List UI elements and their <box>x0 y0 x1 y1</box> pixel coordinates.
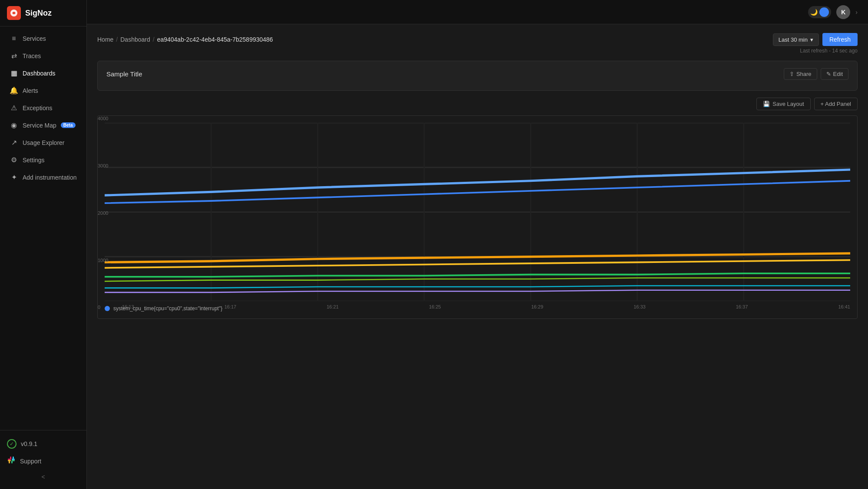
header-controls: Last 30 min ▾ Refresh <box>773 33 858 46</box>
page-content: Home / Dashboard / ea9404ab-2c42-4eb4-84… <box>87 24 868 489</box>
collapse-icon: < <box>41 473 45 480</box>
theme-toggle[interactable]: 🌙 <box>808 6 831 18</box>
y-label-3000: 3000 <box>98 163 115 168</box>
sidebar-item-traces[interactable]: ⇄ Traces <box>3 47 84 64</box>
svg-rect-4 <box>12 460 15 461</box>
sidebar-item-service-map[interactable]: ◉ Service Map Beta <box>3 117 84 134</box>
panel-title: Sample Title <box>106 70 142 78</box>
avatar[interactable]: K <box>836 5 850 19</box>
traces-icon: ⇄ <box>10 52 18 60</box>
sidebar-item-alerts[interactable]: 🔔 Alerts <box>3 82 84 99</box>
svg-rect-2 <box>8 459 11 460</box>
topbar-right: 🌙 K › <box>808 5 858 19</box>
beta-badge: Beta <box>61 122 76 128</box>
edit-button[interactable]: ✎ Edit <box>821 68 848 80</box>
y-label-0: 0 <box>98 305 115 310</box>
x-label-1637: 16:37 <box>736 304 748 309</box>
sidebar-bottom: ✓ v0.9.1 Support < <box>0 430 86 489</box>
support-item[interactable]: Support <box>0 452 86 470</box>
slack-icon <box>7 456 16 466</box>
legend-label: system_cpu_time{cpu="cpu0",state="interr… <box>113 305 222 312</box>
services-icon: ≡ <box>10 35 18 43</box>
service-map-icon: ◉ <box>10 121 18 129</box>
chevron-down-icon[interactable]: › <box>855 9 858 16</box>
sidebar-item-dashboards[interactable]: ▦ Dashboards <box>3 65 84 82</box>
topbar: 🌙 K › <box>87 0 868 24</box>
dashboards-icon: ▦ <box>10 69 18 77</box>
panel-actions: ⇧ Share ✎ Edit <box>784 68 848 80</box>
dashboard-panel: Sample Title ⇧ Share ✎ Edit <box>97 61 858 91</box>
x-label-1621: 16:21 <box>327 304 339 309</box>
add-instrumentation-icon: ✦ <box>10 173 18 181</box>
toggle-knob <box>819 7 829 17</box>
svg-rect-6 <box>9 460 10 463</box>
sidebar-logo[interactable]: SigNoz <box>0 0 86 26</box>
svg-rect-8 <box>13 456 14 459</box>
usage-explorer-icon: ↗ <box>10 138 18 147</box>
moon-icon: 🌙 <box>810 9 818 16</box>
version-check-icon: ✓ <box>7 439 17 449</box>
save-layout-button[interactable]: 💾 Save Layout <box>756 98 810 110</box>
y-axis-labels: 4000 3000 2000 1000 0 <box>98 116 115 310</box>
sidebar-item-exceptions[interactable]: ⚠ Exceptions <box>3 99 84 116</box>
chart-svg <box>105 123 850 301</box>
save-icon: 💾 <box>763 101 770 107</box>
panel-header: Sample Title ⇧ Share ✎ Edit <box>106 68 848 80</box>
x-label-1625: 16:25 <box>429 304 441 309</box>
exceptions-icon: ⚠ <box>10 104 18 112</box>
chart-area: 16:13 16:17 16:21 16:25 16:29 16:33 16:3… <box>105 123 850 301</box>
time-selector-chevron: ▾ <box>810 36 813 43</box>
last-refresh-text: Last refresh - 14 sec ago <box>97 48 858 54</box>
chart-container: 4000 3000 2000 1000 0 <box>97 115 858 319</box>
app-name: SigNoz <box>25 9 52 18</box>
sidebar-navigation: ≡ Services ⇄ Traces ▦ Dashboards 🔔 Alert… <box>0 26 86 430</box>
x-label-1641: 16:41 <box>838 304 850 309</box>
sidebar-item-services[interactable]: ≡ Services <box>3 30 84 47</box>
sidebar-item-settings[interactable]: ⚙ Settings <box>3 151 84 168</box>
time-selector[interactable]: Last 30 min ▾ <box>773 33 819 46</box>
y-label-4000: 4000 <box>98 116 115 121</box>
breadcrumb-row: Home / Dashboard / ea9404ab-2c42-4eb4-84… <box>97 33 858 46</box>
settings-icon: ⚙ <box>10 156 18 164</box>
x-label-1629: 16:29 <box>531 304 544 309</box>
x-label-1633: 16:33 <box>634 304 646 309</box>
version-label: v0.9.1 <box>21 440 37 447</box>
add-panel-button[interactable]: + Add Panel <box>814 98 858 110</box>
share-button[interactable]: ⇧ Share <box>784 68 817 80</box>
app-logo-icon <box>7 6 21 20</box>
layout-controls: 💾 Save Layout + Add Panel <box>97 98 858 110</box>
sidebar-item-usage-explorer[interactable]: ↗ Usage Explorer <box>3 134 84 151</box>
x-label-1617: 16:17 <box>224 304 237 309</box>
sidebar-item-add-instrumentation[interactable]: ✦ Add instrumentation <box>3 169 84 186</box>
edit-icon: ✎ <box>826 71 831 77</box>
breadcrumb-sep-1: / <box>116 36 118 43</box>
sidebar: SigNoz ≡ Services ⇄ Traces ▦ Dashboards … <box>0 0 87 489</box>
share-icon: ⇧ <box>789 71 794 77</box>
support-label: Support <box>20 458 41 465</box>
y-label-1000: 1000 <box>98 258 115 263</box>
breadcrumb-sep-2: / <box>153 36 155 43</box>
breadcrumb: Home / Dashboard / ea9404ab-2c42-4eb4-84… <box>97 36 273 43</box>
sidebar-collapse-button[interactable]: < <box>0 470 86 484</box>
time-selector-label: Last 30 min <box>779 36 808 43</box>
breadcrumb-home[interactable]: Home <box>97 36 113 43</box>
breadcrumb-current: ea9404ab-2c42-4eb4-845a-7b2589930486 <box>157 36 273 43</box>
alerts-icon: 🔔 <box>10 86 18 95</box>
version-item: ✓ v0.9.1 <box>0 436 86 452</box>
breadcrumb-dashboard[interactable]: Dashboard <box>120 36 150 43</box>
main-content: 🌙 K › Home / Dashboard / ea9404ab-2c42-4… <box>87 0 868 489</box>
refresh-button[interactable]: Refresh <box>822 33 858 46</box>
y-label-2000: 2000 <box>98 210 115 216</box>
